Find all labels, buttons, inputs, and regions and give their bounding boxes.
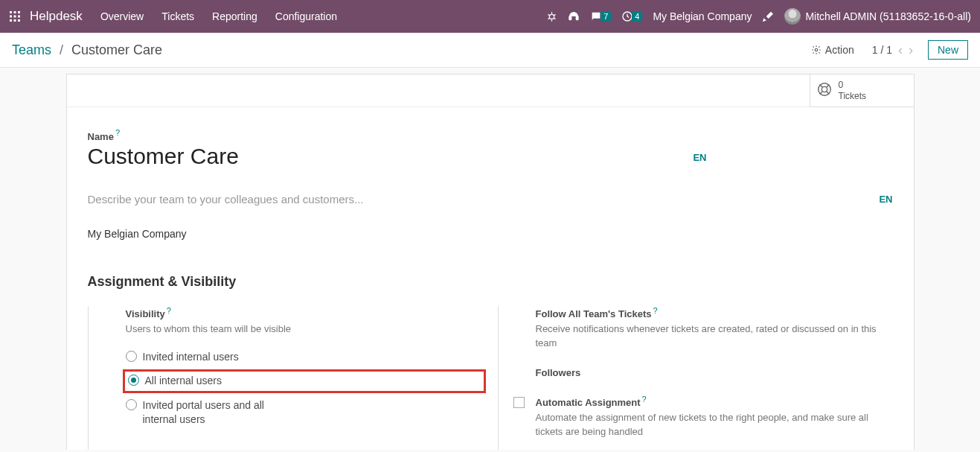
tools-icon[interactable] (762, 10, 774, 22)
svg-point-19 (815, 48, 818, 51)
new-button[interactable]: New (928, 40, 968, 60)
pager-next[interactable]: › (909, 42, 913, 58)
svg-line-22 (819, 85, 822, 88)
stat-tickets[interactable]: 0 Tickets (810, 74, 914, 107)
follow-label: Follow All Team's Tickets (536, 308, 652, 319)
description-input[interactable] (88, 193, 868, 206)
help-icon[interactable]: ? (167, 306, 171, 315)
auto-assign-label: Automatic Assignment (536, 397, 641, 408)
svg-line-15 (554, 14, 556, 15)
visibility-option-all-internal[interactable]: All internal users (128, 374, 481, 389)
svg-rect-7 (14, 19, 16, 22)
auto-assign-sub: Automate the assignment of new tickets t… (536, 411, 893, 438)
svg-rect-6 (10, 19, 12, 22)
followers-label: Followers (536, 367, 581, 378)
apps-icon[interactable] (9, 10, 21, 22)
form-sheet: 0 Tickets Name? EN EN My Belgian Company… (66, 74, 915, 450)
action-button[interactable]: Action (811, 44, 854, 56)
visibility-option-invited-internal[interactable]: Invited internal users (126, 350, 483, 365)
topbar: Helpdesk Overview Tickets Reporting Conf… (0, 0, 980, 33)
nav-overview[interactable]: Overview (100, 10, 144, 22)
pager: 1 / 1 ‹ › (872, 42, 913, 58)
app-brand[interactable]: Helpdesk (30, 9, 83, 24)
name-input[interactable] (88, 144, 651, 169)
svg-rect-3 (10, 16, 12, 18)
visibility-label: Visibility (126, 308, 165, 319)
breadcrumb-current: Customer Care (71, 42, 162, 57)
svg-rect-17 (576, 16, 578, 20)
svg-line-13 (554, 18, 556, 19)
user-name: Mitchell ADMIN (51183652-16-0-all) (805, 10, 971, 22)
follow-sub: Receive notifications whenever tickets a… (536, 322, 893, 349)
svg-rect-2 (18, 11, 20, 13)
auto-assign-checkbox[interactable] (513, 397, 525, 408)
svg-rect-5 (18, 16, 20, 18)
user-menu[interactable]: Mitchell ADMIN (51183652-16-0-all) (784, 8, 971, 25)
pager-prev[interactable]: ‹ (898, 42, 903, 58)
svg-rect-0 (10, 11, 12, 13)
svg-line-12 (548, 14, 550, 15)
activities-icon[interactable]: 4 (621, 10, 642, 22)
debug-icon[interactable] (546, 11, 557, 22)
name-label: Name (88, 131, 114, 142)
company-field[interactable]: My Belgian Company (88, 228, 893, 240)
company-switcher[interactable]: My Belgian Company (653, 10, 752, 22)
lang-tag-desc[interactable]: EN (879, 194, 892, 205)
svg-line-24 (819, 92, 822, 95)
radio-icon (126, 351, 137, 362)
svg-rect-16 (569, 16, 571, 20)
nav-configuration[interactable]: Configuration (275, 10, 337, 22)
lifebuoy-icon (816, 81, 833, 100)
highlight-selected-option: All internal users (123, 369, 486, 393)
breadcrumb: Teams / Customer Care (12, 42, 162, 58)
messages-icon[interactable]: 7 (590, 10, 611, 22)
breadcrumb-root[interactable]: Teams (12, 42, 51, 57)
svg-rect-1 (14, 11, 16, 13)
messages-badge: 7 (601, 11, 611, 22)
gear-icon (811, 45, 822, 55)
radio-icon (126, 399, 137, 410)
svg-line-14 (548, 18, 550, 19)
radio-icon (128, 375, 139, 386)
breadcrumb-sep: / (60, 42, 63, 57)
svg-point-21 (822, 86, 827, 92)
pager-text[interactable]: 1 / 1 (872, 44, 892, 56)
svg-rect-4 (14, 16, 16, 18)
svg-rect-8 (18, 19, 20, 22)
svg-line-25 (826, 85, 829, 88)
visibility-option-portal[interactable]: Invited portal users and all internal us… (126, 398, 483, 427)
svg-line-23 (826, 92, 829, 95)
help-icon[interactable]: ? (642, 395, 647, 404)
help-icon[interactable]: ? (653, 306, 658, 315)
stat-count: 0 (839, 80, 867, 90)
control-bar: Teams / Customer Care Action 1 / 1 ‹ › N… (0, 33, 980, 68)
lang-tag-name[interactable]: EN (693, 152, 706, 163)
avatar (784, 8, 801, 25)
support-icon[interactable] (568, 10, 580, 22)
section-assignment-visibility: Assignment & Visibility (88, 274, 893, 290)
nav-reporting[interactable]: Reporting (212, 10, 257, 22)
activities-badge: 4 (632, 11, 642, 22)
help-icon[interactable]: ? (115, 128, 120, 137)
stat-label: Tickets (839, 91, 867, 101)
svg-point-9 (550, 14, 554, 19)
nav-tickets[interactable]: Tickets (161, 10, 194, 22)
visibility-sub: Users to whom this team will be visible (126, 322, 483, 336)
visibility-radio-group: Invited internal users All internal user… (126, 350, 483, 427)
